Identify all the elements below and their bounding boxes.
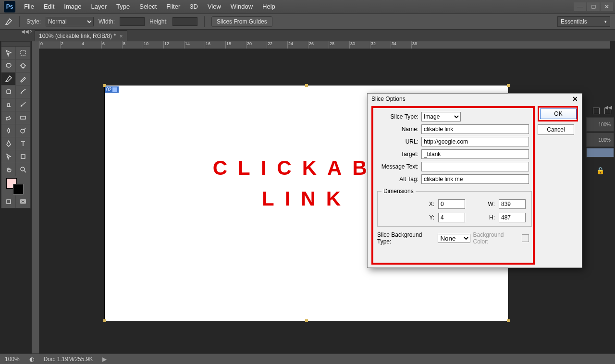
slices-from-guides-button[interactable]: Slices From Guides	[211, 16, 272, 27]
width-input[interactable]	[120, 17, 145, 26]
document-tab-row: 100% (clickable link, RGB/8) * ×	[0, 30, 615, 41]
svg-point-2	[21, 64, 25, 68]
screen-mode-icon[interactable]	[16, 195, 30, 208]
status-play-icon[interactable]: ▶	[102, 356, 107, 363]
style-dropdown[interactable]: Normal	[46, 17, 94, 26]
pen-tool[interactable]	[1, 137, 16, 150]
window-minimize-button[interactable]: —	[574, 2, 586, 11]
w-input[interactable]	[499, 199, 526, 209]
menu-3d[interactable]: 3D	[185, 0, 203, 13]
move-tool[interactable]	[1, 47, 16, 60]
slice-type-select[interactable]: Image	[421, 112, 461, 121]
menu-image[interactable]: Image	[59, 0, 86, 13]
vertical-ruler	[32, 41, 39, 353]
menu-filter[interactable]: Filter	[161, 0, 185, 13]
alt-label: Alt Tag:	[377, 176, 418, 182]
status-info-icon[interactable]: ◐	[29, 356, 34, 363]
dimensions-fieldset: Dimensions X: W: Y: H:	[377, 188, 532, 227]
window-controls: — ❐ ✕	[574, 2, 615, 11]
dialog-close-icon[interactable]: ✕	[572, 95, 578, 103]
close-tab-icon[interactable]: ×	[120, 33, 123, 39]
quick-select-tool[interactable]	[16, 60, 30, 73]
message-label: Message Text:	[377, 163, 418, 170]
ok-button[interactable]: OK	[540, 109, 577, 119]
menu-help[interactable]: Help	[258, 0, 280, 13]
url-input[interactable]	[421, 137, 529, 146]
opacity-row-1[interactable]: 100%	[586, 117, 614, 132]
svg-rect-5	[21, 116, 25, 119]
lasso-tool[interactable]	[1, 60, 16, 73]
menu-layer[interactable]: Layer	[86, 0, 112, 13]
height-label: Height:	[149, 18, 168, 25]
layer-thumb[interactable]	[586, 148, 614, 158]
svg-rect-0	[21, 50, 25, 55]
dodge-tool[interactable]	[16, 124, 30, 137]
h-label: H:	[471, 214, 495, 221]
blur-tool[interactable]	[1, 124, 16, 137]
menu-edit[interactable]: Edit	[39, 0, 59, 13]
history-brush-tool[interactable]	[16, 98, 30, 111]
target-input[interactable]	[421, 149, 529, 159]
y-input[interactable]	[438, 213, 465, 222]
marquee-tool[interactable]	[16, 47, 30, 60]
brush-tool[interactable]	[16, 85, 30, 98]
menu-window[interactable]: Window	[226, 0, 258, 13]
opacity-row-2[interactable]: 100%	[586, 133, 614, 147]
standard-mode-icon[interactable]	[1, 195, 16, 208]
dimensions-legend: Dimensions	[381, 188, 416, 194]
menu-type[interactable]: Type	[111, 0, 135, 13]
color-swatches[interactable]	[1, 176, 30, 195]
x-input[interactable]	[438, 199, 465, 209]
path-select-tool[interactable]	[1, 150, 16, 163]
status-bar: 100% ◐ Doc: 1.19M/255.9K ▶	[0, 353, 615, 364]
slice-badge[interactable]: 02	[105, 86, 119, 93]
shape-tool[interactable]	[16, 150, 30, 163]
hand-tool[interactable]	[1, 163, 16, 176]
workspace-switcher[interactable]: Essentials ▾	[557, 16, 610, 27]
zoom-level[interactable]: 100%	[5, 356, 20, 363]
svg-point-6	[21, 129, 25, 133]
background-color-swatch[interactable]	[13, 184, 24, 194]
healing-brush-tool[interactable]	[1, 85, 16, 98]
window-maximize-button[interactable]: ❐	[587, 2, 600, 11]
clone-stamp-tool[interactable]	[1, 98, 16, 111]
zoom-tool[interactable]	[16, 163, 30, 176]
name-input[interactable]	[421, 124, 529, 134]
svg-rect-4	[6, 117, 10, 120]
slice-tool[interactable]	[1, 73, 16, 85]
eyedropper-tool[interactable]	[16, 73, 30, 85]
y-label: Y:	[381, 214, 434, 221]
horizontal-ruler: 024681012141618202224262830323436	[39, 41, 610, 49]
document-tab[interactable]: 100% (clickable link, RGB/8) * ×	[35, 30, 127, 41]
svg-point-1	[6, 63, 11, 67]
message-input[interactable]	[421, 162, 529, 171]
height-input[interactable]	[172, 17, 197, 26]
slice-options-dialog: Slice Options ✕ Slice Type: Image Name: …	[367, 93, 582, 268]
bgtype-label: Slice Background Type:	[377, 231, 435, 245]
close-panel-icon[interactable]: ×	[30, 29, 33, 34]
menu-view[interactable]: View	[203, 0, 226, 13]
alt-input[interactable]	[421, 174, 529, 184]
cancel-button[interactable]: Cancel	[538, 124, 574, 135]
dialog-titlebar[interactable]: Slice Options ✕	[368, 94, 582, 104]
panel-icon-1[interactable]	[593, 108, 600, 114]
window-close-button[interactable]: ✕	[601, 2, 613, 11]
style-label: Style:	[26, 18, 41, 25]
collapse-left-icon[interactable]: ◀◀	[21, 29, 29, 34]
bgcolor-swatch	[522, 234, 529, 242]
app-logo: Ps	[4, 1, 15, 12]
options-bar: Style: Normal Width: Height: Slices From…	[0, 13, 615, 30]
type-tool[interactable]	[16, 137, 30, 150]
bgcolor-label: Background Color:	[473, 231, 519, 245]
svg-rect-3	[7, 90, 11, 94]
gradient-tool[interactable]	[16, 111, 30, 124]
menu-file[interactable]: File	[19, 0, 39, 13]
width-label: Width:	[98, 18, 115, 25]
panel-icon-2[interactable]	[604, 108, 611, 114]
menu-select[interactable]: Select	[135, 0, 161, 13]
bgtype-select[interactable]: None	[438, 234, 470, 243]
eraser-tool[interactable]	[1, 111, 16, 124]
slice-linked-icon	[112, 87, 117, 92]
lock-icon: 🔒	[586, 158, 614, 182]
h-input[interactable]	[499, 213, 526, 222]
